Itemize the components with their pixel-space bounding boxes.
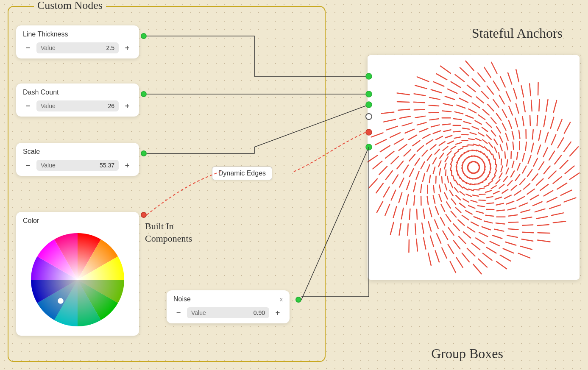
- color-node: Color: [16, 212, 139, 336]
- panel-title: Custom Nodes: [34, 0, 106, 12]
- dash-count-plus[interactable]: +: [122, 101, 132, 111]
- svg-line-365: [414, 109, 425, 110]
- scale-value: 55.37: [100, 162, 114, 169]
- line-thickness-node: Line Thickness − Value 2.5 +: [16, 25, 139, 58]
- svg-line-100: [495, 159, 496, 164]
- scale-node: Scale − Value 55.37 +: [16, 143, 139, 176]
- noise-plus[interactable]: +: [273, 308, 283, 318]
- noise-input-label: Value: [191, 309, 206, 316]
- svg-line-94: [468, 145, 474, 145]
- svg-line-125: [501, 159, 502, 165]
- noise-value: 0.90: [254, 309, 265, 316]
- visualization-panel: // This will be drawn with SVG elements …: [368, 55, 580, 280]
- noise-minus[interactable]: −: [173, 308, 184, 318]
- scale-minus[interactable]: −: [23, 160, 33, 170]
- svg-line-161: [436, 176, 436, 183]
- svg-rect-1: [368, 55, 580, 280]
- svg-line-370: [531, 100, 532, 111]
- svg-line-185: [434, 185, 435, 193]
- noise-output-dot[interactable]: [295, 297, 301, 303]
- line-thickness-plus[interactable]: +: [122, 43, 132, 53]
- dash-count-input-label: Value: [41, 103, 56, 109]
- svg-line-112: [446, 170, 446, 176]
- dash-count-value: 26: [108, 103, 114, 109]
- svg-line-439: [397, 102, 409, 102]
- svg-line-303: [509, 222, 518, 223]
- color-output-dot[interactable]: [141, 212, 147, 218]
- svg-line-27: [479, 166, 479, 170]
- svg-line-359: [410, 209, 410, 220]
- color-title: Color: [23, 217, 132, 225]
- svg-line-290: [429, 112, 438, 113]
- scale-input-label: Value: [41, 162, 56, 169]
- scale-title: Scale: [23, 148, 132, 156]
- line-thickness-control: − Value 2.5 +: [23, 42, 132, 53]
- svg-line-136: [442, 177, 442, 183]
- svg-line-346: [537, 115, 538, 126]
- noise-header: Noise x: [173, 295, 283, 303]
- svg-line-87: [451, 170, 452, 176]
- svg-line-143: [462, 134, 468, 135]
- svg-line-408: [408, 224, 408, 235]
- dash-count-output-dot[interactable]: [141, 91, 147, 97]
- stateful-anchors-label: Stateful Anchors: [472, 25, 563, 41]
- svg-line-149: [505, 152, 505, 158]
- scale-control: − Value 55.37 +: [23, 160, 132, 171]
- dash-count-node: Dash Count − Value 26 +: [16, 83, 139, 117]
- scale-output-dot[interactable]: [141, 150, 147, 156]
- line-thickness-input[interactable]: Value 2.5: [36, 42, 119, 53]
- svg-line-321: [530, 116, 530, 126]
- svg-line-167: [453, 131, 460, 132]
- svg-line-198: [513, 142, 514, 150]
- line-thickness-title: Line Thickness: [23, 31, 132, 38]
- svg-line-377: [522, 232, 533, 233]
- noise-input[interactable]: Value 0.90: [187, 307, 269, 318]
- color-wheel-container: [27, 229, 128, 331]
- built-in-components-label: Built InComponents: [145, 220, 192, 245]
- dash-count-control: − Value 26 +: [23, 100, 132, 111]
- svg-line-352: [522, 225, 533, 225]
- svg-line-180: [487, 203, 493, 203]
- group-boxes-label: Group Boxes: [431, 346, 503, 362]
- svg-line-174: [511, 152, 511, 159]
- scale-plus[interactable]: +: [122, 160, 132, 170]
- dash-count-input[interactable]: Value 26: [36, 100, 119, 111]
- dash-count-minus[interactable]: −: [23, 101, 33, 111]
- svg-line-131: [479, 194, 485, 195]
- svg-line-81: [474, 189, 479, 190]
- dynamic-edges-label: Dynamic Edges: [212, 167, 272, 180]
- svg-line-395: [539, 100, 539, 111]
- svg-line-426: [538, 233, 550, 233]
- noise-title: Noise: [173, 295, 191, 303]
- line-thickness-input-label: Value: [41, 45, 56, 51]
- line-thickness-value: 2.5: [106, 45, 114, 51]
- color-wheel-svg[interactable]: [27, 229, 128, 331]
- svg-line-334: [417, 209, 417, 220]
- dash-count-title: Dash Count: [23, 89, 132, 96]
- svg-line-390: [414, 102, 425, 103]
- line-thickness-output-dot[interactable]: [141, 33, 147, 39]
- noise-close-btn[interactable]: x: [280, 296, 283, 303]
- noise-control: − Value 0.90 +: [173, 307, 283, 318]
- svg-line-156: [479, 200, 485, 200]
- svg-line-383: [415, 224, 416, 235]
- line-thickness-minus[interactable]: −: [23, 43, 33, 53]
- spiral-visualization: // This will be drawn with SVG elements …: [368, 55, 580, 280]
- scale-input[interactable]: Value 55.37: [36, 160, 119, 171]
- noise-node: Noise x − Value 0.90 +: [167, 290, 290, 323]
- svg-line-118: [462, 140, 468, 141]
- color-picker-indicator[interactable]: [58, 298, 63, 303]
